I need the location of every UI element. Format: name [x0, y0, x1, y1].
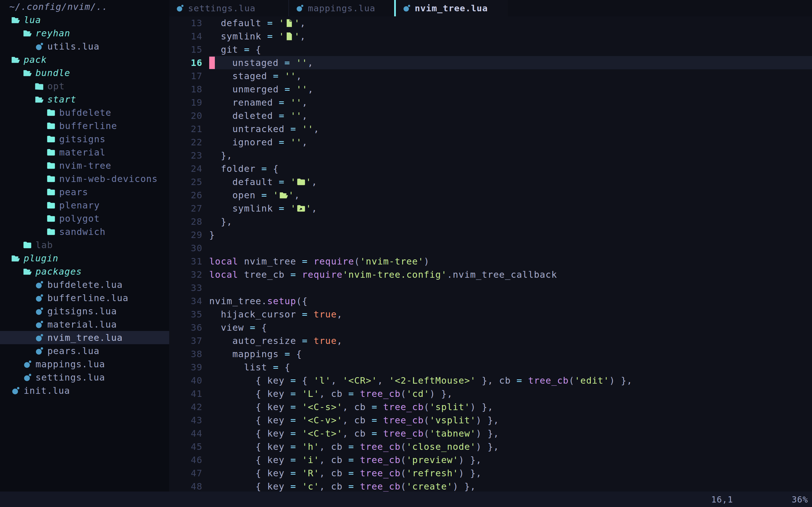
tree-item-nvim-tree-lua[interactable]: nvim_tree.lua: [0, 331, 169, 344]
token-op: =: [290, 415, 296, 426]
tree-item-pears[interactable]: pears: [0, 185, 169, 199]
token-id: ,: [312, 203, 317, 214]
tree-item-nvim-web-devicons[interactable]: nvim-web-devicons: [0, 172, 169, 185]
tree-item-opt[interactable]: opt: [0, 79, 169, 93]
code-text: nvim_tree.setup({: [209, 294, 308, 307]
code-line-29[interactable]: 29}: [169, 228, 812, 241]
tree-item-plenary[interactable]: plenary: [0, 199, 169, 212]
token-op: =: [261, 163, 267, 174]
code-line-28[interactable]: 28 },: [169, 215, 812, 228]
tree-item-settings-lua[interactable]: settings.lua: [0, 371, 169, 384]
line-number: 22: [169, 137, 202, 148]
code-line-39[interactable]: 39 list = {: [169, 360, 812, 374]
code-line-30[interactable]: 30: [169, 241, 812, 255]
tree-item-bundle[interactable]: bundle: [0, 66, 169, 79]
code-line-44[interactable]: 44 { key = '<C-t>', cb = tree_cb('tabnew…: [169, 427, 812, 440]
tree-item-pears-lua[interactable]: pears.lua: [0, 344, 169, 357]
code-line-16[interactable]: 16 unstaged = '',: [169, 56, 812, 69]
code-line-37[interactable]: 37 auto_resize = true,: [169, 334, 812, 347]
tree-item-gitsigns[interactable]: gitsigns: [0, 132, 169, 146]
code-line-46[interactable]: 46 { key = 'i', cb = tree_cb('preview') …: [169, 453, 812, 466]
tree-item-polygot[interactable]: polygot: [0, 212, 169, 225]
code-line-47[interactable]: 47 { key = 'R', cb = tree_cb('refresh') …: [169, 466, 812, 480]
code-line-35[interactable]: 35 hijack_cursor = true,: [169, 307, 812, 321]
line-number: 31: [169, 256, 202, 267]
token-id: [285, 177, 290, 187]
code-line-33[interactable]: 33: [169, 281, 812, 294]
tree-item-start[interactable]: start: [0, 93, 169, 106]
tree-item-material-lua[interactable]: material.lua: [0, 318, 169, 331]
code-text: { key = '<C-s>', cb = tree_cb('split') }…: [209, 400, 493, 413]
code-line-34[interactable]: 34nvim_tree.setup({: [169, 294, 812, 307]
tree-item-material[interactable]: material: [0, 146, 169, 159]
nvim-tree-panel[interactable]: ~/.config/nvim/..luareyhanutils.luapackb…: [0, 0, 169, 492]
tree-item-reyhan[interactable]: reyhan: [0, 26, 169, 40]
line-number: 48: [169, 481, 202, 492]
code-text: { key = 'h', cb = tree_cb('close_node') …: [209, 440, 499, 453]
tree-item-packages[interactable]: packages: [0, 265, 169, 278]
code-line-27[interactable]: 27 symlink = '',: [169, 202, 812, 215]
code-line-26[interactable]: 26 open = '',: [169, 188, 812, 202]
file-symlink-icon: [285, 32, 294, 41]
code-line-25[interactable]: 25 default = '',: [169, 175, 812, 188]
code-line-21[interactable]: 21 untracked = '',: [169, 122, 812, 135]
tree-item-pack[interactable]: pack: [0, 53, 169, 66]
code-line-42[interactable]: 42 { key = '<C-s>', cb = tree_cb('split'…: [169, 400, 812, 413]
code-line-24[interactable]: 24 folder = {: [169, 162, 812, 175]
token-id: , cb: [319, 468, 349, 478]
code-line-48[interactable]: 48 { key = 'c', cb = tree_cb('create') }…: [169, 480, 812, 492]
code-line-45[interactable]: 45 { key = 'h', cb = tree_cb('close_node…: [169, 440, 812, 453]
cursor-position: 16,1: [711, 494, 733, 504]
line-number: 43: [169, 415, 202, 426]
tree-item-plugin[interactable]: plugin: [0, 251, 169, 265]
token-kw: tree_cb: [383, 415, 424, 426]
code-line-23[interactable]: 23 },: [169, 149, 812, 162]
code-line-31[interactable]: 31local nvim_tree = require('nvim-tree'): [169, 255, 812, 268]
folder-solid-icon: [297, 178, 305, 186]
tree-item--config-nvim-[interactable]: ~/.config/nvim/..: [0, 0, 169, 13]
lua-icon: [11, 386, 20, 395]
tree-item-label: lua: [24, 15, 41, 25]
tree-item-sandwich[interactable]: sandwich: [0, 225, 169, 238]
tree-item-bufferline[interactable]: bufferline: [0, 119, 169, 132]
code-line-15[interactable]: 15 git = {: [169, 43, 812, 56]
token-op: =: [290, 124, 296, 134]
tree-item-nvim-tree[interactable]: nvim-tree: [0, 159, 169, 172]
tree-item-label: utils.lua: [47, 41, 100, 52]
code-line-38[interactable]: 38 mappings = {: [169, 347, 812, 360]
code-line-18[interactable]: 18 unmerged = '',: [169, 82, 812, 96]
tree-item-mappings-lua[interactable]: mappings.lua: [0, 357, 169, 371]
code-line-32[interactable]: 32local tree_cb = require'nvim-tree.conf…: [169, 268, 812, 281]
code-line-41[interactable]: 41 { key = 'L', cb = tree_cb('cd') },: [169, 387, 812, 400]
code-text: { key = 'R', cb = tree_cb('refresh') },: [209, 466, 482, 480]
tree-item-label: gitsigns.lua: [47, 306, 117, 317]
code-line-14[interactable]: 14 symlink = '',: [169, 30, 812, 43]
tree-item-lab[interactable]: lab: [0, 238, 169, 251]
token-id: mappings: [209, 349, 285, 359]
code-line-22[interactable]: 22 ignored = '',: [169, 135, 812, 149]
token-id: [354, 455, 360, 465]
tab-nvim-tree-lua[interactable]: nvim_tree.lua: [396, 0, 508, 16]
tab-settings-lua[interactable]: settings.lua: [169, 0, 289, 16]
tree-item-bufferline-lua[interactable]: bufferline.lua: [0, 291, 169, 304]
token-id: { key: [209, 468, 290, 478]
lua-icon: [35, 347, 43, 355]
tree-item-bufdelete[interactable]: bufdelete: [0, 106, 169, 119]
tree-item-gitsigns-lua[interactable]: gitsigns.lua: [0, 304, 169, 318]
code-line-20[interactable]: 20 deleted = '',: [169, 109, 812, 122]
tree-item-lua[interactable]: lua: [0, 13, 169, 26]
token-id: [296, 468, 302, 478]
code-line-13[interactable]: 13 default = '',: [169, 16, 812, 30]
token-id: [296, 455, 302, 465]
tree-item-init-lua[interactable]: init.lua: [0, 384, 169, 397]
code-line-17[interactable]: 17 staged = '',: [169, 69, 812, 82]
tree-item-utils-lua[interactable]: utils.lua: [0, 40, 169, 53]
code-line-40[interactable]: 40 { key = { 'l', '<CR>', '<2-LeftMouse>…: [169, 374, 812, 387]
token-id: ): [424, 256, 430, 267]
code-line-43[interactable]: 43 { key = '<C-v>', cb = tree_cb('vsplit…: [169, 413, 812, 427]
code-line-19[interactable]: 19 renamed = '',: [169, 96, 812, 109]
tab-mappings-lua[interactable]: mappings.lua: [289, 0, 394, 16]
code-line-36[interactable]: 36 view = {: [169, 321, 812, 334]
tree-item-bufdelete-lua[interactable]: bufdelete.lua: [0, 278, 169, 291]
editor-buffer[interactable]: 13 default = '',14 symlink = '',15 git =…: [169, 16, 812, 492]
